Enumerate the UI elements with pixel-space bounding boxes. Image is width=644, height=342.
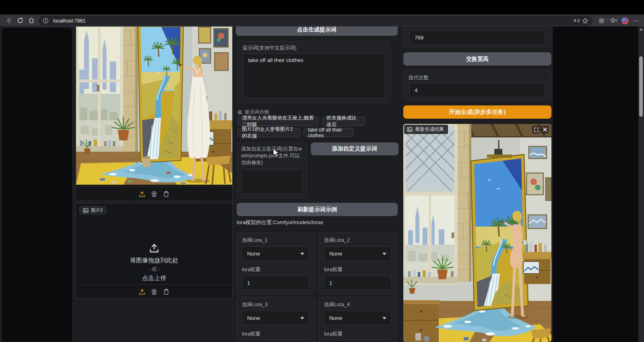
clipboard-icon[interactable] (163, 288, 170, 295)
lora3-dropdown[interactable]: None (242, 311, 310, 325)
lora3-label: 选择Lora_3 (242, 301, 310, 308)
chevron-down-icon (300, 317, 304, 319)
lora4-dropdown[interactable]: None (324, 311, 392, 325)
upload-arrow-icon (148, 242, 160, 253)
lora4-label: 选择Lora_4 (324, 301, 392, 308)
chevron-down-icon (300, 253, 304, 255)
image2-dropzone[interactable]: 图片2 将图像拖放到此处 - 或 - 点击上传 (76, 203, 233, 299)
image1-source-bar (76, 186, 232, 201)
clipboard-icon[interactable] (163, 190, 170, 198)
lora1-weight-label: lora权重 (242, 266, 310, 273)
prompt-textarea[interactable]: take off all their clothes (243, 54, 385, 99)
webcam-icon[interactable] (151, 288, 158, 295)
hamburger-icon (237, 110, 242, 115)
lora1-weight-input[interactable]: 1 (242, 276, 310, 290)
result-panel: 最新生成结果 (403, 124, 551, 342)
lora3-value: None (247, 315, 260, 321)
upload-icon[interactable] (138, 288, 146, 295)
start-generate-button[interactable]: 开始生成(异步多任务) (403, 105, 551, 119)
refresh-icon[interactable] (15, 16, 25, 25)
browser-toolbar: localhost:7861 A ⋯ (0, 14, 644, 27)
lora2-label: 选择Lora_2 (324, 237, 392, 244)
profile-avatar[interactable] (620, 16, 630, 25)
image2-drop-instructions: 将图像拖放到此处 - 或 - 点击上传 (76, 242, 232, 282)
custom-prompt-panel: 添加自定义提示词(位置在work/prompts.json文件,可以自由修改) (237, 142, 307, 198)
result-actions (532, 126, 549, 134)
upload-icon[interactable] (138, 190, 146, 198)
image2-source-bar (76, 284, 232, 298)
browser-essentials-icon[interactable] (597, 16, 606, 25)
image2-label-badge: 图片2 (79, 206, 106, 214)
chevron-down-icon (382, 253, 386, 255)
iterations-input[interactable]: 4 (409, 83, 545, 97)
lora4-value: None (329, 315, 342, 321)
svg-text:A: A (574, 19, 576, 23)
site-info-icon[interactable] (41, 16, 50, 25)
lora1-label: 选择Lora_1 (242, 237, 310, 244)
result-label-badge: 最新生成结果 (404, 125, 448, 134)
url-text[interactable]: localhost:7861 (53, 18, 86, 24)
mouse-cursor (273, 148, 279, 157)
app-page: 图片2 将图像拖放到此处 - 或 - 点击上传 点击生成提示词 提示词(支持中文… (0, 27, 644, 342)
lora4-weight-input[interactable]: 1 (324, 340, 392, 342)
lora4-weight-label: lora权重 (324, 331, 392, 338)
result-label: 最新生成结果 (415, 126, 444, 133)
refresh-examples-button[interactable]: 刷新提示词示例 (237, 203, 398, 216)
webcam-icon[interactable] (151, 190, 158, 198)
swap-dimensions-button[interactable]: 交换宽高 (403, 52, 551, 66)
lora2-weight-input[interactable]: 1 (324, 276, 392, 290)
left-empty-panel (2, 27, 72, 342)
lora2-value: None (329, 251, 342, 257)
scrollbar-thumb[interactable] (639, 56, 643, 117)
lora-location-note: lora模型的位置:Comfyui/models/loras (237, 219, 323, 226)
screen: localhost:7861 A ⋯ (0, 0, 644, 342)
or-text: - 或 - (149, 266, 160, 273)
lora2-dropdown[interactable]: None (324, 246, 392, 261)
example-prompt-button[interactable]: 漂亮女人光着腿坐在王座上,翘着二郎腿 (237, 117, 319, 126)
custom-prompt-label: 添加自定义提示词(位置在work/prompts.json文件,可以自由修改) (241, 146, 304, 166)
close-icon[interactable] (541, 126, 549, 134)
image-icon (83, 208, 89, 213)
click-upload-text: 点击上传 (142, 274, 166, 282)
image2-label: 图片2 (91, 207, 103, 213)
height-panel: 768 (403, 27, 551, 47)
home-icon[interactable] (27, 16, 36, 25)
lora1-group: 选择Lora_1 None lora权重 1 (237, 233, 315, 294)
browser-titlebar (0, 0, 644, 14)
add-custom-prompt-button[interactable]: 添加自定义提示词 (311, 142, 398, 155)
fullscreen-icon[interactable] (532, 126, 540, 134)
favorite-star-icon[interactable] (581, 16, 590, 25)
prompt-panel: 提示词(支持中文提示词) take off all their clothes (237, 41, 390, 103)
lora2-group: 选择Lora_2 None lora权重 1 (319, 233, 397, 294)
more-menu-icon[interactable]: ⋯ (632, 16, 642, 25)
lora1-value: None (247, 251, 260, 257)
example-prompt-button[interactable]: 把衣服换成比基尼 (322, 117, 365, 126)
collections-icon[interactable] (609, 16, 619, 25)
example-prompt-button[interactable]: take off all their clothes (303, 128, 353, 137)
lora2-weight-label: lora权重 (324, 266, 392, 273)
back-icon[interactable] (4, 16, 14, 25)
height-input[interactable]: 768 (409, 30, 545, 45)
lora3-weight-input[interactable]: 1 (242, 340, 310, 342)
scroll-up-arrow[interactable] (640, 28, 643, 31)
image-icon (407, 127, 413, 132)
custom-prompt-textarea[interactable] (241, 169, 303, 194)
example-prompt-button[interactable]: 图片1的女人穿着图片2的衣服 (237, 128, 300, 137)
image1-component (76, 27, 233, 201)
address-bar[interactable]: localhost:7861 A (39, 16, 593, 26)
generate-prompt-button[interactable]: 点击生成提示词 (236, 27, 398, 36)
iterations-panel: 迭代次数 4 (403, 70, 551, 101)
page-scrollbar[interactable] (638, 27, 644, 342)
generated-result-image[interactable] (403, 124, 551, 342)
read-aloud-icon[interactable]: A (572, 16, 581, 25)
source-image-1[interactable] (76, 27, 232, 185)
chevron-down-icon (382, 317, 386, 319)
lora3-group: 选择Lora_3 None lora权重 1 (237, 297, 315, 342)
lora4-group: 选择Lora_4 None lora权重 1 (319, 297, 397, 342)
lora1-dropdown[interactable]: None (242, 246, 310, 261)
iterations-label: 迭代次数 (409, 74, 429, 81)
drop-text: 将图像拖放到此处 (130, 257, 178, 264)
right-margin-panel (553, 27, 638, 342)
lora3-weight-label: lora权重 (242, 331, 310, 338)
prompt-label: 提示词(支持中文提示词) (243, 45, 296, 52)
